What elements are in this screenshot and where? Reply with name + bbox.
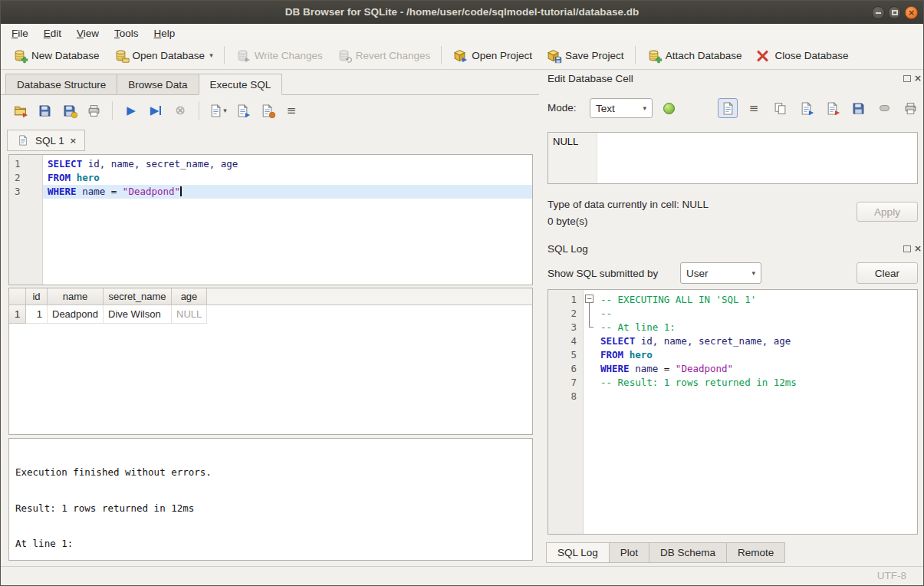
export-results-button[interactable] xyxy=(232,100,252,120)
row-number-cell[interactable]: 1 xyxy=(9,305,26,324)
set-null-icon xyxy=(880,105,889,111)
open-project-icon xyxy=(452,48,467,62)
print-sql-button[interactable] xyxy=(84,100,104,120)
log-line: -- EXECUTING ALL IN 'SQL 1' xyxy=(596,293,917,307)
apply-button[interactable]: Apply xyxy=(857,202,918,222)
save-project-icon xyxy=(546,48,561,62)
set-null-button[interactable] xyxy=(874,98,894,118)
stop-execution-button[interactable]: ⊗ xyxy=(170,100,190,120)
tab-remote[interactable]: Remote xyxy=(726,542,785,563)
tab-database-structure[interactable]: Database Structure xyxy=(5,74,117,95)
sql-log-view[interactable]: 1 2 3 4 5 6 7 8 − -- EXECUTING ALL IN 'S… xyxy=(547,289,918,535)
toolbar-separator xyxy=(441,46,442,64)
open-database-icon xyxy=(113,48,128,62)
cell-type-label: Type of data currently in cell: NULL xyxy=(547,199,709,210)
sql-line: FROM hero xyxy=(43,171,532,185)
save-as-icon xyxy=(851,101,866,115)
log-filter-select[interactable]: User ▾ xyxy=(680,262,761,284)
window-title: DB Browser for SQLite - /home/user/code/… xyxy=(285,6,639,18)
tab-plot[interactable]: Plot xyxy=(609,542,649,563)
mode-select[interactable]: Text ▾ xyxy=(590,98,653,118)
attach-database-button[interactable]: Attach Database xyxy=(640,44,749,66)
execute-current-line-button[interactable]: ▶ xyxy=(146,100,166,120)
sql-code-area[interactable]: SELECT id, name, secret_name, age FROM h… xyxy=(43,155,532,285)
import-cell-data-button[interactable] xyxy=(796,98,816,118)
word-wrap-cell-button[interactable]: ≡ xyxy=(744,98,764,118)
titlebar[interactable]: DB Browser for SQLite - /home/user/code/… xyxy=(1,1,923,24)
sql-file-icon xyxy=(15,133,30,147)
undock-panel-icon[interactable] xyxy=(903,75,911,82)
maximize-icon xyxy=(892,10,898,15)
print-cell-button[interactable] xyxy=(900,98,920,118)
save-project-button[interactable]: Save Project xyxy=(539,44,631,66)
revert-changes-button[interactable]: Revert Changes xyxy=(330,44,438,66)
sql-editor-tab[interactable]: SQL 1 × xyxy=(7,130,85,151)
menu-view[interactable]: View xyxy=(69,26,107,41)
find-replace-button[interactable] xyxy=(257,100,277,120)
sql-line-current: WHERE name = "Deadpond" xyxy=(43,185,532,199)
cell-editor[interactable]: NULL xyxy=(547,132,918,184)
maximize-button[interactable] xyxy=(888,6,901,19)
message-line: At line 1: xyxy=(15,538,526,550)
open-sql-file-button[interactable] xyxy=(10,100,30,120)
log-line: -- At line 1: xyxy=(596,321,917,334)
menu-file[interactable]: File xyxy=(4,26,36,41)
column-header-name[interactable]: name xyxy=(48,288,104,305)
menu-help[interactable]: Help xyxy=(146,26,183,41)
log-line: -- Result: 1 rows returned in 12ms xyxy=(596,376,917,390)
sql-tab-close-icon[interactable]: × xyxy=(70,136,77,146)
sql-log-header: SQL Log × xyxy=(544,242,924,257)
cell-id[interactable]: 1 xyxy=(26,305,48,324)
main-tabbar: Database Structure Browse Data Execute S… xyxy=(1,70,539,95)
sql-editor[interactable]: 1 2 3 SELECT id, name, secret_name, age … xyxy=(8,154,533,285)
new-database-icon xyxy=(12,48,27,62)
save-sql-file-as-button[interactable] xyxy=(59,100,79,120)
new-editor-window-button[interactable]: ▾ xyxy=(208,100,228,120)
cell-name[interactable]: Deadpond xyxy=(48,305,104,324)
close-database-button[interactable]: Close Database xyxy=(748,44,855,66)
line-number-gutter: 1 2 3 xyxy=(9,155,43,285)
open-database-button[interactable]: Open Database ▾ xyxy=(107,44,220,66)
auto-switch-mode-button[interactable] xyxy=(659,98,679,118)
tab-sql-log[interactable]: SQL Log xyxy=(546,542,610,563)
column-header-age[interactable]: age xyxy=(172,288,207,305)
cell-secret-name[interactable]: Dive Wilson xyxy=(104,305,172,324)
text-mode-button[interactable] xyxy=(718,98,738,118)
mode-label: Mode: xyxy=(547,102,577,114)
save-sql-file-icon xyxy=(38,104,52,117)
fold-collapse-icon[interactable]: − xyxy=(585,295,594,303)
tab-db-schema[interactable]: DB Schema xyxy=(649,542,727,563)
message-line: Result: 1 rows returned in 12ms xyxy=(15,502,526,515)
column-header-secret-name[interactable]: secret_name xyxy=(104,288,172,305)
export-icon xyxy=(825,101,840,115)
copy-cell-button[interactable] xyxy=(770,98,790,118)
menubar: File Edit View Tools Help xyxy=(1,25,923,41)
statusbar: UTF-8 xyxy=(1,566,923,586)
cell-value: NULL xyxy=(553,136,578,147)
close-panel-icon[interactable]: × xyxy=(914,73,922,84)
clear-log-button[interactable]: Clear xyxy=(857,262,918,284)
execute-all-button[interactable]: ▶ xyxy=(121,100,141,120)
save-cell-as-button[interactable] xyxy=(848,98,868,118)
undock-panel-icon[interactable] xyxy=(903,245,911,252)
window-close-button[interactable]: × xyxy=(905,6,918,19)
execute-all-icon: ▶ xyxy=(127,105,136,117)
new-database-button[interactable]: New Database xyxy=(5,44,107,66)
column-header-id[interactable]: id xyxy=(26,288,48,305)
chevron-down-icon: ▾ xyxy=(223,107,227,114)
tab-browse-data[interactable]: Browse Data xyxy=(117,74,199,95)
bottom-tabbar: SQL Log Plot DB Schema Remote xyxy=(546,542,784,563)
menu-tools[interactable]: Tools xyxy=(107,26,146,41)
cell-age[interactable]: NULL xyxy=(172,305,207,324)
open-project-button[interactable]: Open Project xyxy=(446,44,539,66)
word-wrap-button[interactable]: ≡ xyxy=(281,100,301,120)
text-mode-icon xyxy=(721,101,735,115)
minimize-button[interactable] xyxy=(872,6,885,19)
close-panel-icon[interactable]: × xyxy=(914,243,922,254)
save-sql-file-button[interactable] xyxy=(35,100,54,120)
write-changes-button[interactable]: Write Changes xyxy=(229,44,330,66)
tab-execute-sql[interactable]: Execute SQL xyxy=(199,74,283,95)
menu-edit[interactable]: Edit xyxy=(36,26,69,41)
export-cell-data-button[interactable] xyxy=(822,98,842,118)
attach-database-icon xyxy=(646,48,661,62)
